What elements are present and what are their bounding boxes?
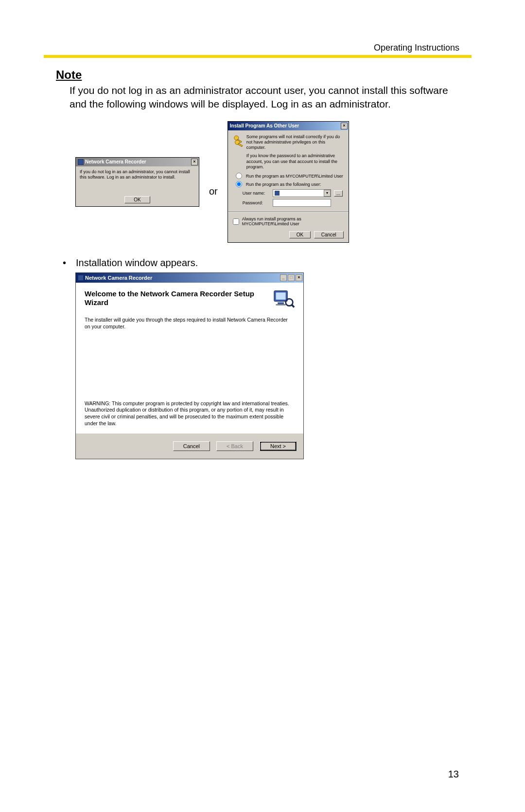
- username-input[interactable]: ▾: [273, 189, 331, 197]
- top-rule: [44, 55, 472, 58]
- setup-wizard-heading: Welcome to the Network Camera Recorder S…: [85, 289, 260, 307]
- username-label: User name:: [243, 191, 270, 196]
- computer-icon: [273, 289, 295, 308]
- runas-line1: Some programs will not install correctly…: [246, 134, 344, 151]
- minimize-icon[interactable]: _: [280, 274, 287, 281]
- cancel-button[interactable]: Cancel: [173, 441, 210, 451]
- back-button: < Back: [216, 441, 253, 451]
- keys-icon: [233, 134, 244, 147]
- app-icon: [78, 275, 84, 281]
- password-label: Password:: [243, 200, 270, 205]
- note-body: If you do not log in as an administrator…: [70, 84, 459, 111]
- svg-rect-3: [238, 143, 242, 146]
- header-right: Operating Instructions: [374, 43, 459, 53]
- setup-wizard-dialog: Network Camera Recorder _ □ × Welcome to…: [75, 272, 304, 459]
- ok-button[interactable]: OK: [124, 196, 150, 203]
- setup-wizard-title: Network Camera Recorder: [85, 275, 152, 281]
- page-content: Note If you do not log in as an administ…: [56, 68, 459, 459]
- error-dialog-titlebar[interactable]: Network Camera Recorder ×: [76, 158, 199, 166]
- browse-button[interactable]: ...: [334, 190, 343, 197]
- close-icon[interactable]: ×: [341, 123, 348, 129]
- svg-rect-7: [276, 304, 286, 306]
- svg-rect-6: [278, 303, 284, 305]
- bullet-text: Installation window appears.: [76, 257, 198, 269]
- password-input[interactable]: [273, 199, 331, 207]
- always-label: Always run install programs as MYCOMPUTE…: [242, 217, 344, 226]
- bullet-dot-icon: •: [63, 257, 66, 269]
- runas-dialog-titlebar[interactable]: Install Program As Other User ×: [228, 122, 349, 130]
- user-icon: [275, 191, 280, 196]
- close-icon[interactable]: ×: [296, 274, 302, 281]
- radio-limited-user-label: Run the program as MYCOMPUTER\Limited Us…: [246, 174, 343, 179]
- svg-rect-5: [276, 292, 286, 300]
- setup-wizard-body: The installer will guide you through the…: [85, 317, 295, 330]
- next-button[interactable]: Next >: [260, 441, 297, 451]
- ok-button[interactable]: OK: [289, 231, 311, 238]
- runas-line2: If you know the password to an administr…: [246, 153, 344, 170]
- runas-dialog: Install Program As Other User × Some p: [228, 121, 349, 243]
- error-dialog-title: Network Camera Recorder: [85, 159, 146, 164]
- cancel-button[interactable]: Cancel: [314, 231, 344, 238]
- or-label: or: [209, 186, 218, 197]
- dialog-row: Network Camera Recorder × If you do not …: [75, 121, 459, 243]
- runas-dialog-title: Install Program As Other User: [230, 123, 299, 128]
- error-dialog-body: If you do not log in as an administrator…: [76, 166, 199, 184]
- radio-limited-user[interactable]: [236, 173, 242, 179]
- radio-following-user[interactable]: [236, 181, 242, 187]
- setup-wizard-warning: WARNING: This computer program is protec…: [85, 400, 295, 427]
- always-checkbox[interactable]: [233, 218, 239, 225]
- page-number: 13: [448, 769, 459, 780]
- radio-following-user-label: Run the program as the following user:: [246, 182, 321, 187]
- close-icon[interactable]: ×: [191, 159, 198, 165]
- setup-wizard-titlebar[interactable]: Network Camera Recorder _ □ ×: [76, 273, 303, 283]
- svg-line-9: [292, 305, 295, 307]
- maximize-icon: □: [288, 274, 295, 281]
- bullet-installation: • Installation window appears.: [63, 257, 459, 269]
- app-icon: [78, 159, 84, 165]
- chevron-down-icon[interactable]: ▾: [324, 190, 331, 197]
- error-dialog: Network Camera Recorder × If you do not …: [75, 157, 199, 207]
- note-heading: Note: [56, 68, 459, 82]
